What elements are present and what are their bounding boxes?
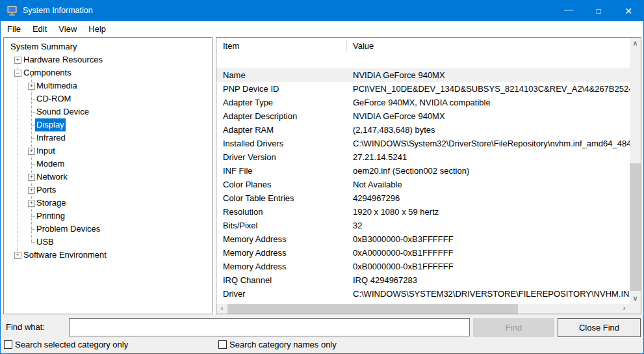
table-row[interactable]: Adapter DescriptionNVIDIA GeForce 940MX	[216, 109, 630, 123]
close-button[interactable]: ✕	[613, 1, 643, 21]
row-value: NVIDIA GeForce 940MX	[353, 109, 630, 123]
tree-item-display[interactable]: Display	[4, 118, 212, 131]
tree-item-modem[interactable]: Modem	[4, 157, 212, 170]
table-row[interactable]: Memory Address0xB3000000-0xB3FFFFFF	[216, 232, 630, 246]
horizontal-scroll-thumb[interactable]	[227, 304, 518, 314]
table-row[interactable]: Adapter TypeGeForce 940MX, NVIDIA compat…	[216, 96, 630, 109]
table-row[interactable]: Adapter RAM(2,147,483,648) bytes	[216, 123, 630, 137]
tree-item-multimedia[interactable]: +Multimedia	[4, 79, 212, 92]
close-find-button[interactable]: Close Find	[558, 318, 641, 337]
table-row[interactable]: DriverC:\WINDOWS\SYSTEM32\DRIVERSTORE\FI…	[216, 287, 630, 301]
table-row[interactable]: Driver Version27.21.14.5241	[216, 150, 630, 164]
tree-leaf-connector	[31, 138, 36, 139]
tree-item-software-environment[interactable]: +Software Environment	[4, 249, 212, 262]
tree-item-label: Hardware Resources	[22, 53, 104, 66]
column-header-item[interactable]: Item	[223, 41, 239, 51]
details-header: Item Value	[216, 38, 630, 55]
tree-leaf-connector	[31, 216, 36, 217]
column-divider[interactable]	[346, 40, 347, 52]
tree-item-components[interactable]: −Components	[4, 66, 212, 79]
row-item: Memory Address	[223, 260, 287, 273]
row-item: Driver	[223, 287, 246, 301]
vertical-scroll-thumb[interactable]	[630, 163, 641, 291]
tree-item-printing[interactable]: Printing	[4, 210, 212, 223]
row-value: 27.21.14.5241	[353, 150, 630, 164]
table-row[interactable]	[216, 55, 630, 68]
tree-item-system-summary[interactable]: System Summary	[4, 40, 212, 53]
menu-bar: File Edit View Help	[1, 21, 643, 37]
tree-item-label: Network	[35, 170, 69, 184]
tree-item-cd-rom[interactable]: CD-ROM	[4, 92, 212, 105]
tree-item-usb[interactable]: USB	[4, 236, 212, 249]
tree-item-problem-devices[interactable]: Problem Devices	[4, 223, 212, 236]
row-item: Installed Drivers	[223, 137, 283, 150]
row-value: GeForce 940MX, NVIDIA compatible	[353, 96, 630, 109]
table-row[interactable]: Color PlanesNot Available	[216, 178, 630, 191]
table-row[interactable]: INF Fileoem20.inf (Section002 section)	[216, 164, 630, 178]
menu-edit[interactable]: Edit	[27, 22, 53, 36]
expand-plus-icon[interactable]: +	[28, 83, 35, 90]
minimize-button[interactable]: —	[554, 1, 584, 21]
minimize-icon: —	[564, 4, 573, 14]
table-row[interactable]: NameNVIDIA GeForce 940MX	[216, 68, 630, 82]
row-item: Bits/Pixel	[223, 219, 257, 232]
tree-item-storage[interactable]: +Storage	[4, 197, 212, 210]
tree-item-label: Modem	[35, 157, 66, 170]
details-rows: NameNVIDIA GeForce 940MXPNP Device IDPCI…	[216, 55, 630, 304]
search-category-names-checkbox[interactable]	[218, 340, 227, 349]
expand-plus-icon[interactable]: +	[14, 57, 21, 64]
find-button[interactable]: Find	[473, 318, 554, 337]
row-value: 32	[353, 219, 630, 232]
row-value: Not Available	[353, 178, 630, 191]
scroll-down-icon[interactable]: ∨	[630, 293, 641, 304]
table-row[interactable]: Resolution1920 x 1080 x 59 hertz	[216, 205, 630, 219]
table-row[interactable]: Memory Address0xB0000000-0xB1FFFFFF	[216, 260, 630, 273]
collapse-minus-icon[interactable]: −	[14, 70, 21, 77]
table-row[interactable]: Bits/Pixel32	[216, 219, 630, 232]
category-tree: System Summary+Hardware Resources−Compon…	[3, 37, 213, 314]
expand-plus-icon[interactable]: +	[28, 200, 35, 207]
tree-connector-line	[18, 60, 18, 255]
tree-item-input[interactable]: +Input	[4, 144, 212, 157]
table-row[interactable]: IRQ ChannelIRQ 4294967283	[216, 273, 630, 287]
find-input[interactable]	[69, 318, 470, 336]
row-item: Adapter RAM	[223, 123, 274, 137]
table-row[interactable]: Installed DriversC:\WINDOWS\System32\Dri…	[216, 137, 630, 150]
scroll-left-icon[interactable]: ‹	[216, 303, 227, 314]
table-row[interactable]: Memory Address0xA0000000-0xB1FFFFFF	[216, 246, 630, 260]
expand-plus-icon[interactable]: +	[14, 252, 21, 259]
scroll-right-icon[interactable]: ›	[619, 303, 630, 314]
tree-item-infrared[interactable]: Infrared	[4, 131, 212, 144]
row-item: Memory Address	[223, 232, 287, 246]
maximize-button[interactable]: □	[584, 1, 613, 21]
menu-file[interactable]: File	[1, 22, 27, 36]
expand-plus-icon[interactable]: +	[28, 148, 35, 155]
search-selected-category-checkbox[interactable]	[4, 340, 12, 349]
row-value: 0xA0000000-0xB1FFFFFF	[353, 246, 630, 260]
titlebar: System Information — □ ✕	[1, 1, 643, 21]
expand-plus-icon[interactable]: +	[28, 174, 35, 181]
table-row[interactable]: Color Table Entries4294967296	[216, 191, 630, 205]
row-item: Color Planes	[223, 178, 271, 191]
table-row[interactable]: PNP Device IDPCI\VEN_10DE&DEV_134D&SUBSY…	[216, 82, 630, 96]
expand-plus-icon[interactable]: +	[28, 187, 35, 194]
tree-item-hardware-resources[interactable]: +Hardware Resources	[4, 53, 212, 66]
row-item: PNP Device ID	[223, 82, 279, 96]
row-value: NVIDIA GeForce 940MX	[353, 68, 630, 82]
tree-item-label: Problem Devices	[35, 223, 101, 236]
maximize-icon: □	[596, 7, 600, 16]
row-value: oem20.inf (Section002 section)	[353, 164, 630, 178]
column-header-value[interactable]: Value	[353, 41, 374, 51]
tree-item-sound-device[interactable]: Sound Device	[4, 105, 212, 118]
search-category-names-label: Search category names only	[229, 340, 337, 349]
scroll-up-icon[interactable]: ∧	[630, 38, 641, 49]
tree-item-ports[interactable]: +Ports	[4, 184, 212, 197]
tree-item-label: Infrared	[35, 131, 67, 144]
vertical-scrollbar[interactable]: ∧ ∨	[630, 38, 641, 304]
horizontal-scrollbar[interactable]: ‹ ›	[216, 304, 630, 314]
tree-item-network[interactable]: +Network	[4, 170, 212, 184]
menu-help[interactable]: Help	[83, 22, 112, 36]
menu-view[interactable]: View	[53, 22, 83, 36]
tree-item-label: System Summary	[9, 40, 79, 53]
row-item: IRQ Channel	[223, 273, 272, 287]
